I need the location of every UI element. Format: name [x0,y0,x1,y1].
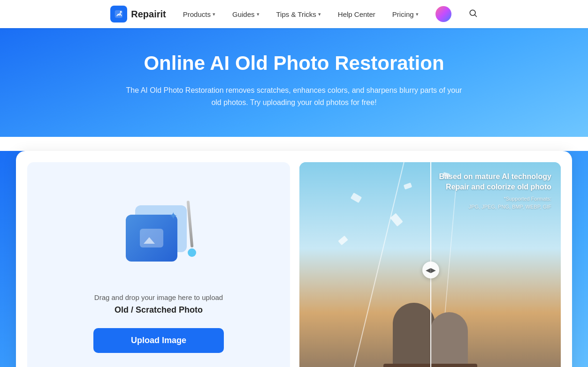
nav-logo[interactable]: Repairit [110,6,166,22]
chevron-down-icon: ▾ [213,11,215,17]
preview-info: Based on mature AI technologyRepair and … [439,172,551,211]
person-silhouette-left [393,303,435,367]
upload-illustration: ✦ [112,187,206,280]
chevron-down-icon: ▾ [257,11,260,17]
navbar: Repairit Products ▾ Guides ▾ Tips & Tric… [0,0,588,28]
file-type-label: Old / Scratched Photo [115,305,203,315]
nav-item-guides[interactable]: Guides ▾ [232,10,260,18]
chevron-down-icon: ▾ [416,11,419,17]
main-card: ✦ Drag and drop your image here to uploa… [16,151,572,367]
upload-button[interactable]: Upload Image [93,328,224,353]
nav-item-tips-tricks[interactable]: Tips & Tricks ▾ [276,10,321,18]
preview-info-formats: *Supported Formats: JPG, JPEG, PNG, BMP,… [439,195,551,210]
logo-text: Repairit [131,9,166,20]
divider-handle[interactable]: ◀▶ [422,262,439,278]
illustration-box: ✦ [121,201,196,266]
nav-item-products[interactable]: Products ▾ [183,10,215,18]
hero-subtitle: The AI Old Photo Restoration removes scr… [125,84,463,108]
drag-drop-text: Drag and drop your image here to upload [94,293,223,301]
avatar[interactable] [435,6,451,22]
nav-item-pricing[interactable]: Pricing ▾ [392,10,419,18]
preview-panel: ◀▶ Based on mature AI technologyRepair a… [299,162,561,367]
preview-divider: ◀▶ [430,162,431,367]
svg-point-1 [120,11,122,13]
chevron-down-icon: ▾ [318,11,321,17]
search-icon[interactable] [468,8,478,20]
upload-panel: ✦ Drag and drop your image here to uploa… [27,162,290,367]
preview-info-title: Based on mature AI technologyRepair and … [439,172,551,193]
logo-icon [110,6,127,22]
svg-line-3 [474,15,476,16]
hero-section: Online AI Old Photo Restoration The AI O… [0,28,588,137]
hero-title: Online AI Old Photo Restoration [9,52,579,75]
nav-item-help-center[interactable]: Help Center [338,10,375,18]
person-silhouette-right [430,312,468,367]
